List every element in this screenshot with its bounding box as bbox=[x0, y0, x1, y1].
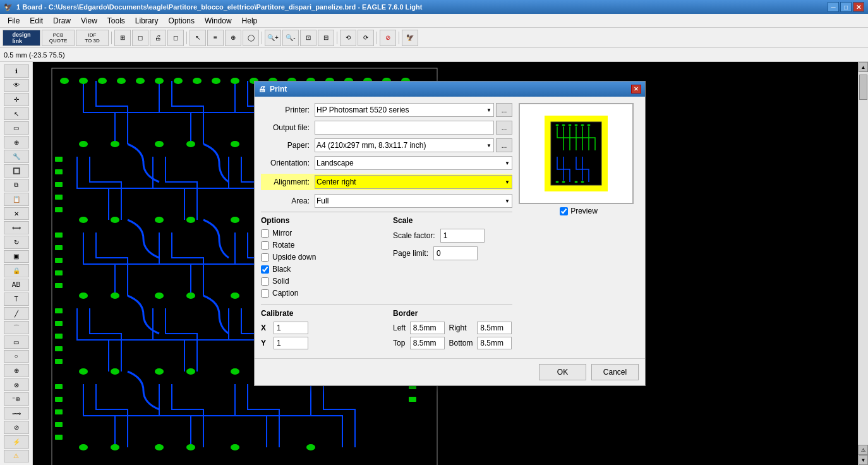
svg-point-97 bbox=[562, 181, 565, 183]
scale-factor-label: Scale factor: bbox=[393, 231, 435, 240]
minimize-button[interactable]: ─ bbox=[828, 2, 839, 12]
lt-move[interactable]: ✛ bbox=[4, 93, 29, 106]
lt-arc[interactable]: ⌒ bbox=[4, 321, 29, 334]
grid-button[interactable]: ⊞ bbox=[114, 30, 131, 46]
area-select[interactable]: Full Window Sheet bbox=[315, 194, 512, 208]
separator-2 bbox=[186, 32, 187, 44]
lt-via[interactable]: ⊗ bbox=[4, 378, 29, 392]
svg-point-94 bbox=[581, 124, 584, 126]
lt-select[interactable]: ▭ bbox=[4, 121, 29, 135]
menu-options[interactable]: Options bbox=[164, 15, 200, 27]
preview-box bbox=[519, 103, 634, 204]
cal-x-input[interactable] bbox=[274, 322, 308, 334]
paper-select[interactable]: A4 (210x297 mm, 8.3x11.7 inch) bbox=[315, 138, 494, 152]
stop-button[interactable]: ⊘ bbox=[380, 30, 396, 46]
lt-autoroute[interactable]: ⟿ bbox=[4, 407, 29, 420]
preview-checkbox[interactable] bbox=[560, 207, 568, 215]
lt-rect[interactable]: ▭ bbox=[4, 335, 29, 349]
zoomout-button[interactable]: 🔍- bbox=[282, 30, 299, 46]
menu-window[interactable]: Window bbox=[200, 15, 237, 27]
lt-line[interactable]: ╱ bbox=[4, 307, 29, 320]
menu-view[interactable]: View bbox=[76, 15, 102, 27]
eagle-button[interactable]: 🦅 bbox=[402, 30, 418, 46]
zoomfit-button[interactable]: ⊡ bbox=[300, 30, 316, 46]
rotate-row: Rotate bbox=[261, 241, 380, 250]
close-button[interactable]: ✕ bbox=[853, 2, 864, 12]
lt-info[interactable]: ℹ bbox=[4, 64, 29, 78]
preview-label: Preview bbox=[570, 207, 598, 215]
output-dots-button[interactable]: ... bbox=[496, 121, 512, 135]
pcbquote-button[interactable]: PCBQUOTE bbox=[42, 30, 75, 46]
statusbar: 0.5 mm (-23.5 75.5) bbox=[0, 48, 868, 62]
printer-select[interactable]: HP Photosmart 5520 series bbox=[315, 103, 494, 117]
border-col: Border Left Right Top Bottom bbox=[393, 309, 512, 352]
lt-warning[interactable]: ⚠ bbox=[4, 450, 29, 463]
alignment-select[interactable]: Center right Center left Center Top left… bbox=[315, 175, 512, 189]
lt-pad[interactable]: ⊕ bbox=[4, 364, 29, 377]
border-top-input[interactable] bbox=[410, 337, 445, 349]
lt-arrow[interactable]: ↖ bbox=[4, 107, 29, 121]
lt-copy[interactable]: ⧉ bbox=[4, 179, 29, 192]
restore-button[interactable]: □ bbox=[840, 2, 852, 12]
cancel-button[interactable]: Cancel bbox=[591, 364, 639, 380]
pointer-button[interactable]: ↖ bbox=[190, 30, 206, 46]
border-left-input[interactable] bbox=[410, 322, 445, 334]
lt-wrench[interactable]: 🔧 bbox=[4, 150, 29, 163]
lt-rotate[interactable]: ↻ bbox=[4, 236, 29, 249]
svg-point-21 bbox=[79, 141, 88, 147]
lt-tag[interactable]: 🔲 bbox=[4, 164, 29, 178]
menu-help[interactable]: Help bbox=[237, 15, 263, 27]
lt-add[interactable]: ⊕ bbox=[4, 136, 29, 149]
menu-tools[interactable]: Tools bbox=[102, 15, 130, 27]
cal-y-input[interactable] bbox=[274, 337, 308, 349]
border-right-input[interactable] bbox=[477, 322, 512, 334]
border-bottom-input[interactable] bbox=[477, 337, 512, 349]
menu-file[interactable]: File bbox=[3, 15, 25, 27]
lt-group[interactable]: ▣ bbox=[4, 250, 29, 263]
menu-edit[interactable]: Edit bbox=[25, 15, 48, 27]
lt-mirror[interactable]: ⟺ bbox=[4, 221, 29, 234]
corner-button[interactable]: ⚠ bbox=[858, 445, 868, 455]
orientation-select[interactable]: Landscape Portrait bbox=[315, 156, 512, 170]
redo-button[interactable]: ⟳ bbox=[358, 30, 374, 46]
menu-library[interactable]: Library bbox=[130, 15, 164, 27]
scale-factor-input[interactable] bbox=[440, 229, 485, 243]
solid-checkbox[interactable] bbox=[261, 277, 269, 286]
undo-button[interactable]: ⟲ bbox=[340, 30, 356, 46]
lt-ab[interactable]: AB bbox=[4, 279, 29, 292]
caption-checkbox[interactable] bbox=[261, 289, 269, 298]
printer-dots-button[interactable]: ... bbox=[496, 103, 512, 117]
black-checkbox[interactable] bbox=[261, 265, 269, 274]
zoomsel-button[interactable]: ⊟ bbox=[318, 30, 334, 46]
drc-button[interactable]: ◻ bbox=[167, 30, 184, 46]
lt-drc[interactable]: ⚡ bbox=[4, 435, 29, 449]
window-title: 1 Board - C:\Users\Edgardo\Documents\eag… bbox=[16, 3, 828, 11]
move-button[interactable]: ⊕ bbox=[225, 30, 241, 46]
lt-eye[interactable]: 👁 bbox=[4, 79, 29, 92]
lt-paste[interactable]: 📋 bbox=[4, 193, 29, 206]
info-button[interactable]: ≡ bbox=[207, 30, 224, 46]
redraw-button[interactable]: ◻ bbox=[132, 30, 148, 46]
lt-delete[interactable]: ✕ bbox=[4, 207, 29, 220]
lt-text[interactable]: T bbox=[4, 293, 29, 306]
menu-draw[interactable]: Draw bbox=[48, 15, 76, 27]
zoomin-button[interactable]: 🔍+ bbox=[265, 30, 281, 46]
vertical-scrollbar[interactable]: ▲ ▼ ⚠ bbox=[858, 62, 868, 465]
lt-ripup[interactable]: ⊘ bbox=[4, 421, 29, 434]
lt-lock[interactable]: 🔒 bbox=[4, 264, 29, 277]
designlink-button[interactable]: designlink bbox=[3, 30, 40, 46]
mirror-checkbox[interactable] bbox=[261, 229, 269, 238]
layer-button[interactable]: ◯ bbox=[243, 30, 259, 46]
page-limit-input[interactable] bbox=[433, 246, 478, 260]
idf3d-button[interactable]: IDFTO 3D bbox=[76, 30, 109, 46]
canvas-area[interactable]: 🖨 Print ✕ Printer: HP Photosmart 5520 se… bbox=[33, 62, 858, 465]
print-button[interactable]: 🖨 bbox=[150, 30, 166, 46]
upside-down-checkbox[interactable] bbox=[261, 253, 269, 262]
lt-route[interactable]: ⁻⊕ bbox=[4, 392, 29, 406]
dialog-close-button[interactable]: ✕ bbox=[631, 85, 641, 94]
ok-button[interactable]: OK bbox=[539, 364, 586, 380]
lt-circle[interactable]: ○ bbox=[4, 350, 29, 363]
paper-dots-button[interactable]: ... bbox=[496, 138, 512, 152]
output-file-input[interactable] bbox=[315, 121, 494, 135]
rotate-checkbox[interactable] bbox=[261, 241, 269, 250]
